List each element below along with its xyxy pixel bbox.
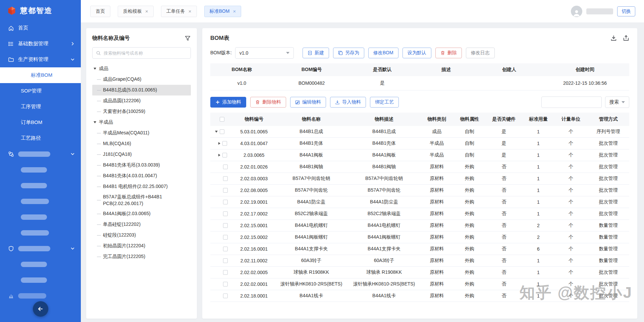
- import-material-button[interactable]: 导入物料: [330, 97, 366, 108]
- sidebar-collapse-button[interactable]: [33, 301, 48, 317]
- row-checkbox[interactable]: [223, 258, 228, 263]
- sidebar-subitem-redacted[interactable]: [0, 272, 81, 288]
- add-material-button[interactable]: 添加物料: [210, 97, 246, 108]
- row-checkbox[interactable]: [223, 270, 228, 275]
- sidebar-subitem-item[interactable]: 工艺路径: [0, 130, 81, 146]
- sidebar-subitem-redacted[interactable]: [0, 209, 81, 225]
- avatar[interactable]: [571, 6, 582, 17]
- expand-row-icon[interactable]: [218, 142, 220, 145]
- tab-close-icon[interactable]: ×: [233, 9, 236, 14]
- row-checkbox[interactable]: [223, 176, 228, 181]
- tree-item[interactable]: B57A7盖板总成组件+B44B1 PCB(2.02.26.0017): [92, 192, 191, 208]
- tab-quality-template[interactable]: 质检模板 ×: [118, 6, 154, 17]
- delete-material-button[interactable]: 删除物料: [250, 97, 286, 108]
- tree-item[interactable]: J181(CQA18): [92, 149, 191, 160]
- cell: 滚针轴承HK0810-2RS(BETS): [348, 278, 421, 290]
- switch-account-button[interactable]: 切换: [617, 6, 635, 16]
- sidebar-item-production-data[interactable]: 生产资料管理: [0, 52, 81, 67]
- filter-funnel-icon[interactable]: [184, 35, 191, 42]
- row-checkbox[interactable]: [222, 141, 227, 146]
- new-bom-button[interactable]: 新建: [303, 48, 329, 58]
- cell: B44A1阀板螺钉: [275, 232, 348, 243]
- sidebar-item-home[interactable]: 首页: [0, 20, 81, 36]
- row-checkbox[interactable]: [223, 294, 228, 298]
- tree-item-label: 硅锭段(122203): [103, 232, 136, 239]
- sidebar-subitem-item[interactable]: 订单BOM: [0, 115, 81, 130]
- tree-item[interactable]: 成品晶圆(122206): [92, 95, 191, 106]
- row-checkbox[interactable]: [223, 165, 228, 169]
- tree-item[interactable]: B44B1壳体毛坯(3.03.0039): [92, 160, 191, 171]
- save-as-button[interactable]: 另存为: [333, 48, 364, 58]
- tree-item[interactable]: 完工晶圆片(122205): [92, 251, 191, 262]
- sidebar-item-basic-data[interactable]: 基础数据管理: [0, 36, 81, 52]
- tree-item[interactable]: B44B1总成(5.03.01.0065): [92, 85, 191, 95]
- row-checkbox[interactable]: [223, 200, 228, 204]
- sidebar-subitem-redacted[interactable]: [0, 162, 81, 178]
- cell: B44B1阀轴: [275, 161, 348, 173]
- tree-item[interactable]: B44B1壳体(4.03.01.0047): [92, 171, 191, 181]
- cell: 批次管理: [587, 185, 629, 196]
- tree-item[interactable]: B44A1阀板(2.03.0065): [92, 208, 191, 219]
- row-checkbox[interactable]: [223, 235, 228, 240]
- download-icon[interactable]: [610, 35, 617, 41]
- cell: 原材料: [421, 278, 453, 290]
- tree-item-label: 成品Grape(CQA6): [103, 76, 141, 83]
- tree-item[interactable]: 初始晶圆片(122204): [92, 241, 191, 251]
- sidebar-subitem-item[interactable]: 工序管理: [0, 99, 81, 115]
- tree-item[interactable]: B44B1 电机组件(2.02.25.0007): [92, 181, 191, 192]
- modify-log-button[interactable]: 修改日志: [466, 48, 495, 58]
- expand-row-icon[interactable]: [218, 154, 220, 156]
- tree-group[interactable]: 成品: [92, 63, 191, 74]
- row-checkbox[interactable]: [223, 282, 228, 286]
- select-all-checkbox[interactable]: [220, 117, 224, 122]
- sidebar-subitem-item[interactable]: SOP管理: [0, 83, 81, 99]
- tree-item[interactable]: 半成品Mesa(CQA011): [92, 128, 191, 138]
- table-row: 2.02.11.000260A3转子60A3转子原材料外购否1个数量管理: [210, 255, 629, 267]
- material-search-input[interactable]: [104, 51, 187, 56]
- row-checkbox[interactable]: [223, 247, 228, 251]
- row-checkbox[interactable]: [222, 153, 227, 157]
- row-checkbox[interactable]: [223, 223, 228, 228]
- material-search-box: [92, 47, 191, 59]
- sidebar-subitem-standard-bom[interactable]: 标准BOM: [0, 67, 81, 83]
- tree-group[interactable]: 半成品: [92, 117, 191, 128]
- materials-toolbar: 添加物料 删除物料 编辑物料 导入物料 绑定工艺 搜索: [210, 96, 629, 108]
- tree-branch-line: [97, 246, 101, 246]
- sidebar-subitem-redacted[interactable]: [0, 225, 81, 241]
- tree-branch-line: [97, 214, 101, 214]
- tab-close-icon[interactable]: ×: [145, 9, 148, 14]
- sidebar-item-redacted[interactable]: [0, 146, 81, 162]
- export-icon[interactable]: [623, 35, 629, 41]
- tree-item[interactable]: 单晶硅锭(122202): [92, 219, 191, 230]
- cell: 外购: [453, 232, 486, 243]
- materials-table: 物料编号物料名称物料描述物料类别物料属性是否关键件标准用量计量单位管理方式 5.…: [210, 113, 629, 302]
- materials-filter-input[interactable]: [541, 96, 602, 108]
- cell: 个: [555, 290, 587, 302]
- delete-bom-button[interactable]: 删除: [435, 48, 462, 58]
- sidebar-subitem-redacted[interactable]: [0, 178, 81, 193]
- row-checkbox[interactable]: [223, 211, 228, 216]
- tab-close-icon[interactable]: ×: [189, 9, 192, 14]
- tree-item[interactable]: MLB(CQA16): [92, 138, 191, 149]
- tab-standard-bom[interactable]: 标准BOM ×: [204, 6, 241, 17]
- cell: 否: [486, 220, 522, 232]
- tree-item[interactable]: 天窗密封条(100259): [92, 106, 191, 117]
- materials-search-button[interactable]: 搜索: [605, 96, 629, 108]
- bom-version-select[interactable]: v1.0: [235, 47, 294, 59]
- sidebar-subitem-redacted[interactable]: [0, 256, 81, 272]
- cell: B44B1阀轴: [348, 161, 421, 173]
- row-checkbox[interactable]: [223, 188, 228, 193]
- tree-item[interactable]: 成品Grape(CQA6): [92, 74, 191, 85]
- collapse-row-icon[interactable]: [215, 131, 218, 133]
- edit-material-button[interactable]: 编辑物料: [290, 97, 326, 108]
- bind-process-button[interactable]: 绑定工艺: [370, 97, 399, 108]
- tree-item[interactable]: 硅锭段(122203): [92, 230, 191, 241]
- sidebar-subitem-redacted[interactable]: [0, 193, 81, 209]
- cell: B44A1支撑卡夹: [275, 243, 348, 255]
- sidebar-item-redacted[interactable]: [0, 241, 81, 256]
- tab-work-order-task[interactable]: 工单任务 ×: [161, 6, 197, 17]
- set-default-button[interactable]: 设为默认: [402, 48, 431, 58]
- tab-home[interactable]: 首页: [90, 6, 110, 17]
- row-checkbox[interactable]: [220, 129, 224, 134]
- modify-bom-button[interactable]: 修改BOM: [368, 48, 398, 58]
